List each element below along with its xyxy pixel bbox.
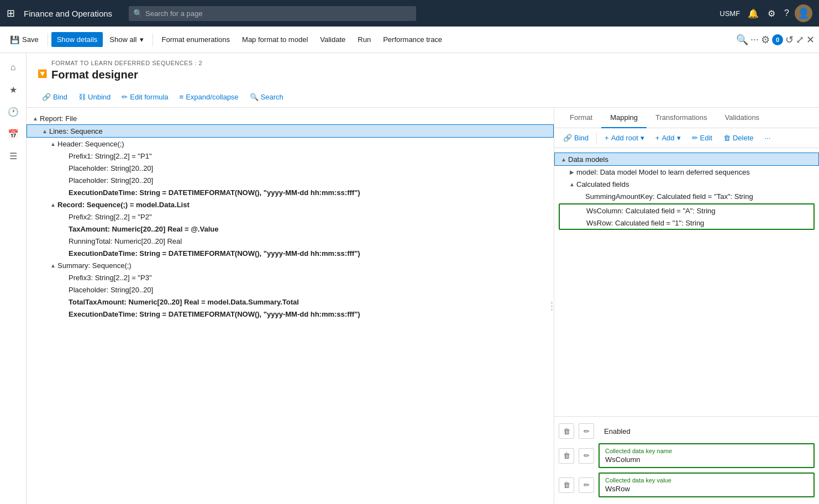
keyname-edit-button[interactable]: ✏ (579, 448, 594, 464)
notification-icon[interactable]: 🔔 (744, 6, 762, 21)
global-search-input[interactable] (129, 6, 416, 21)
tree-label-report: Report: File (40, 114, 549, 123)
format-enumerations-button[interactable]: Format enumerations (156, 32, 236, 47)
keyvalue-edit-button[interactable]: ✏ (579, 477, 594, 493)
tree-item-prefix1[interactable]: Prefix1: String[2..2] = "P1" (27, 150, 554, 162)
tree-item-execdt3[interactable]: ExecutionDateTime: String = DATETIMEFORM… (27, 308, 554, 320)
tree-item-summary[interactable]: ▲ Summary: Sequence(;) (27, 259, 554, 271)
refresh-icon[interactable]: ↺ (785, 34, 794, 46)
global-search-wrap: 🔍 (129, 6, 416, 21)
toggle-prefix3 (60, 273, 69, 282)
sidebar-calendar-icon[interactable]: 📅 (3, 124, 23, 144)
tree-item-runningtotal[interactable]: RunningTotal: Numeric[20..20] Real (27, 235, 554, 247)
edit-button[interactable]: ✏ Edit (687, 132, 717, 144)
page-container: ⌂ ★ 🕐 📅 ☰ 🔽 FORMAT TO LEARN DEFERRED SEQ… (0, 53, 819, 504)
user-avatar[interactable]: 👤 (795, 4, 812, 22)
delete-button[interactable]: 🗑 Delete (719, 132, 758, 144)
unbind-button[interactable]: ⛓ Unbind (74, 90, 115, 104)
run-button[interactable]: Run (352, 32, 376, 47)
close-icon[interactable]: ✕ (806, 34, 815, 46)
show-all-dropdown-icon: ▾ (140, 35, 144, 44)
expand-collapse-button[interactable]: ≡ Expand/collapse (175, 90, 243, 104)
tree-label-placeholder2: Placeholder: String[20..20] (69, 176, 549, 185)
open-in-new-icon[interactable]: ⤢ (796, 34, 804, 46)
toggle-record[interactable]: ▲ (49, 200, 57, 209)
collected-key-value-label: Collected data key value (605, 477, 808, 484)
right-tree-item-wscolumn[interactable]: WsColumn: Calculated field = "A": String (560, 204, 813, 217)
search-cmd-icon[interactable]: 🔍 (736, 34, 748, 46)
show-details-button[interactable]: Show details (51, 32, 103, 47)
toggle-taxamount (60, 224, 69, 233)
right-tree-item-wsrow[interactable]: WsRow: Calculated field = "1": String (560, 217, 813, 229)
settings-cmd-icon[interactable]: ⚙ (761, 34, 770, 46)
show-all-button[interactable]: Show all ▾ (104, 32, 149, 47)
right-tree-item-model[interactable]: ▶ model: Data model Model to learn defer… (554, 166, 819, 178)
keyvalue-delete-button[interactable]: 🗑 (559, 477, 574, 493)
performance-trace-button[interactable]: Performance trace (377, 32, 448, 47)
right-tree-item-calc-fields[interactable]: ▲ Calculated fields (554, 178, 819, 190)
toggle-summary[interactable]: ▲ (49, 261, 57, 270)
help-icon[interactable]: ? (781, 6, 792, 20)
plus-icon-2: + (655, 134, 660, 142)
map-format-button[interactable]: Map format to model (237, 32, 313, 47)
validate-button[interactable]: Validate (314, 32, 351, 47)
content-split: ▲ Report: File ▲ Lines: Sequence ▲ Heade… (27, 108, 819, 504)
bind-button[interactable]: 🔗 Bind (38, 90, 72, 104)
tab-format[interactable]: Format (561, 108, 601, 128)
toggle-data-models[interactable]: ▲ (559, 155, 568, 164)
apps-icon[interactable]: ⊞ (7, 7, 15, 19)
tree-item-report[interactable]: ▲ Report: File (27, 112, 554, 124)
tab-mapping[interactable]: Mapping (601, 108, 647, 128)
tree-item-placeholder3[interactable]: Placeholder: String[20..20] (27, 284, 554, 296)
toggle-header[interactable]: ▲ (49, 139, 57, 148)
sidebar-home-icon[interactable]: ⌂ (3, 57, 23, 77)
add-button[interactable]: + Add ▾ (651, 132, 685, 144)
toggle-report[interactable]: ▲ (31, 114, 40, 123)
tree-item-totaltax[interactable]: TotalTaxAmount: Numeric[20..20] Real = m… (27, 296, 554, 308)
keyname-delete-button[interactable]: 🗑 (559, 448, 574, 464)
plus-icon-1: + (605, 134, 609, 142)
command-bar: 💾 Save Show details Show all ▾ Format en… (0, 27, 819, 53)
collected-key-name-value: WsColumn (605, 455, 808, 464)
more-options-icon[interactable]: ··· (750, 34, 759, 45)
enabled-delete-button[interactable]: 🗑 (559, 423, 574, 439)
tree-item-execdt1[interactable]: ExecutionDateTime: String = DATETIMEFORM… (27, 186, 554, 198)
toggle-summing (576, 192, 585, 201)
settings-icon[interactable]: ⚙ (764, 6, 779, 21)
search-button[interactable]: 🔍 Search (245, 90, 288, 104)
sidebar-recent-icon[interactable]: 🕐 (3, 102, 23, 122)
page-title: Format designer (51, 69, 202, 81)
toggle-model[interactable]: ▶ (568, 167, 576, 176)
tab-transformations[interactable]: Transformations (647, 108, 716, 128)
enabled-edit-button[interactable]: ✏ (579, 423, 594, 439)
right-tree-item-summing[interactable]: SummingAmountKey: Calculated field = "Ta… (554, 190, 819, 202)
tree-item-prefix2[interactable]: Prefix2: String[2..2] = "P2" (27, 211, 554, 223)
save-button[interactable]: 💾 Save (4, 32, 44, 48)
tree-item-lines[interactable]: ▲ Lines: Sequence (27, 124, 554, 138)
toggle-calc-fields[interactable]: ▲ (568, 180, 576, 188)
tree-item-prefix3[interactable]: Prefix3: String[2..2] = "P3" (27, 271, 554, 284)
format-toolbar: 🔗 Bind ⛓ Unbind ✏ Edit formula ≡ Expand/… (38, 87, 808, 107)
breadcrumb: FORMAT TO LEARN DEFERRED SEQUENCES : 2 (51, 60, 202, 66)
tree-item-header[interactable]: ▲ Header: Sequence(;) (27, 138, 554, 150)
tree-item-record[interactable]: ▲ Record: Sequence(;) = model.Data.List (27, 198, 554, 211)
add-root-button[interactable]: + Add root ▾ (600, 132, 649, 144)
green-border-group: WsColumn: Calculated field = "A": String… (559, 203, 815, 230)
filter-icon[interactable]: 🔽 (38, 69, 47, 78)
tab-validations[interactable]: Validations (716, 108, 768, 128)
sidebar-list-icon[interactable]: ☰ (3, 146, 23, 166)
right-toolbar: 🔗 Bind + Add root ▾ + Add ▾ (554, 128, 819, 148)
tree-item-placeholder2[interactable]: Placeholder: String[20..20] (27, 174, 554, 186)
tree-item-placeholder1[interactable]: Placeholder: String[20..20] (27, 162, 554, 174)
more-right-button[interactable]: ··· (760, 132, 775, 144)
collected-key-value-value: WsRow (605, 485, 808, 493)
tree-item-execdt2[interactable]: ExecutionDateTime: String = DATETIMEFORM… (27, 247, 554, 259)
top-navigation: ⊞ Finance and Operations 🔍 USMF 🔔 ⚙ ? 👤 (0, 0, 819, 27)
edit-formula-button[interactable]: ✏ Edit formula (117, 90, 172, 104)
tree-item-taxamount[interactable]: TaxAmount: Numeric[20..20] Real = @.Valu… (27, 223, 554, 235)
page-header: 🔽 FORMAT TO LEARN DEFERRED SEQUENCES : 2… (27, 53, 819, 108)
right-bind-button[interactable]: 🔗 Bind (559, 132, 593, 144)
toggle-lines[interactable]: ▲ (40, 127, 49, 135)
sidebar-favorites-icon[interactable]: ★ (3, 80, 23, 99)
right-tree-item-data-models[interactable]: ▲ Data models (554, 153, 819, 166)
